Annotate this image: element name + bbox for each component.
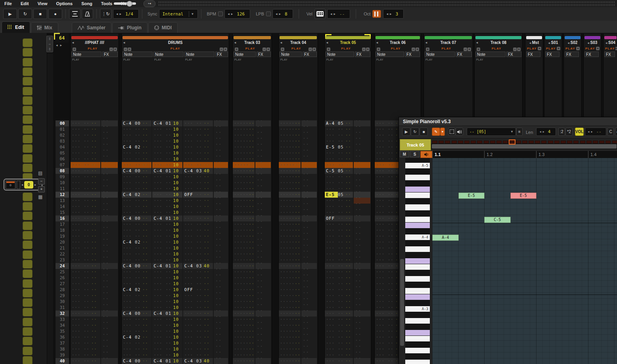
note-cell[interactable]: ·······	[325, 293, 353, 299]
piano-key-ds-4[interactable]	[405, 270, 430, 276]
fx-cell[interactable]: ·· ··	[101, 245, 118, 251]
fx-column-buttons[interactable]: −+	[463, 45, 471, 52]
fx-cell[interactable]: ·· ··	[101, 138, 118, 144]
note-cell[interactable]: ·······	[279, 287, 301, 293]
note-cell[interactable]: C-402··	[122, 239, 151, 245]
fx-cell[interactable]: ·· ··	[354, 340, 370, 346]
loop-button[interactable]: ↻	[18, 9, 32, 19]
note-cell[interactable]: ·······	[325, 138, 353, 144]
fx-cell[interactable]: ·· ··	[354, 180, 370, 186]
fx-cell[interactable]: ·· ··	[301, 204, 317, 210]
piano-key-d-4[interactable]	[405, 276, 430, 282]
fx-cell[interactable]: ·· ··	[101, 322, 118, 328]
fx-cell[interactable]: ·· ··	[101, 334, 118, 340]
note-cell[interactable]: ·······	[325, 150, 353, 156]
master-volume-slider[interactable]	[114, 2, 136, 5]
pr-solo-button[interactable]: S	[410, 151, 420, 157]
piano-key-b-3[interactable]	[405, 294, 430, 300]
pattern-position-dash[interactable]	[599, 141, 604, 143]
note-cell[interactable]: ·······	[279, 144, 301, 150]
pattern-position-dash[interactable]	[606, 141, 611, 143]
note-cell[interactable]: ·····10	[152, 299, 182, 305]
note-cell[interactable]: ·······	[279, 192, 301, 198]
fx-cell[interactable]: ·· ··	[354, 346, 370, 352]
fx-cell[interactable]: ·· ··	[255, 186, 271, 192]
fx-cell[interactable]: ·· ··	[214, 198, 228, 204]
fx-cell[interactable]: ·· ··	[255, 138, 271, 144]
note-cell[interactable]: ·······	[233, 204, 255, 210]
note-cell[interactable]: ·······	[233, 305, 255, 311]
fx-cell[interactable]: ·· ··	[214, 210, 228, 215]
add-pattern-button[interactable]: +	[38, 186, 45, 192]
note-cell[interactable]: ·······	[183, 251, 213, 257]
fx-cell[interactable]: ·· ··	[301, 322, 317, 328]
note-cell[interactable]: ·······	[325, 269, 353, 275]
pr-stop-button[interactable]: ■	[420, 128, 428, 136]
fx-cell[interactable]: ·· ··	[301, 352, 317, 358]
piano-key-e-3[interactable]	[405, 336, 430, 342]
note-cell[interactable]: C-40110	[152, 263, 182, 269]
note-cell[interactable]: ·····10	[152, 328, 182, 334]
fx-cell[interactable]: ·· ··	[301, 346, 317, 352]
pr-halve-button[interactable]: :2	[558, 128, 565, 136]
sequence-slot[interactable]	[23, 327, 33, 336]
note-cell[interactable]: ·······	[325, 257, 353, 263]
fx-cell[interactable]: ·· ··	[255, 305, 271, 311]
fx-column-buttons[interactable]: −+	[219, 45, 227, 52]
note-cell[interactable]: ·······	[71, 215, 100, 221]
note-column-header[interactable]: Note	[123, 51, 153, 57]
note-cell[interactable]: ·······	[183, 305, 213, 311]
track-name[interactable]: ◂Track 04	[279, 40, 318, 45]
track-play-label[interactable]: PLAY	[527, 47, 537, 50]
note-cell[interactable]: ·······	[325, 174, 353, 180]
fx-cell[interactable]: ·· ··	[101, 192, 118, 198]
note-cell[interactable]: ·······	[325, 311, 353, 316]
note-cell[interactable]: ·······	[233, 352, 255, 358]
piano-key-a-5[interactable]: A-5	[405, 163, 430, 169]
fx-cell[interactable]: ·· ··	[354, 144, 370, 150]
fx-cell[interactable]: ·· ··	[214, 245, 228, 251]
fx-cell[interactable]: ·· ··	[214, 358, 228, 364]
play-button[interactable]: ▶	[3, 9, 17, 19]
pattern-position-dash[interactable]	[477, 141, 482, 143]
note-cell[interactable]: ·····10	[152, 352, 182, 358]
note-column-buttons[interactable]: +	[326, 45, 330, 52]
piano-key-g-5[interactable]	[405, 175, 430, 181]
note-cell[interactable]: ·······	[71, 334, 100, 340]
fx-cell[interactable]: ·· ··	[255, 180, 271, 186]
pr-note-grid[interactable]: A-4E-5C-5E-5	[432, 158, 617, 364]
sequence-slot[interactable]	[23, 212, 33, 220]
note-cell[interactable]: ·······	[325, 132, 353, 138]
fx-column-header[interactable]: FX	[257, 51, 271, 57]
fx-cell[interactable]: ·· ··	[255, 174, 271, 180]
fx-cell[interactable]: ·· ··	[301, 168, 317, 174]
fx-cell[interactable]: ·· ··	[354, 215, 370, 221]
note-cell[interactable]: ·····10	[152, 210, 182, 215]
note-cell[interactable]: ·······	[122, 204, 151, 210]
note-cell[interactable]: ·······	[233, 346, 255, 352]
fx-column-header[interactable]: FX	[584, 51, 599, 57]
fx-column-buttons[interactable]: −+	[362, 45, 370, 52]
note-cell[interactable]: ·····10	[152, 162, 182, 168]
note-cell[interactable]: ·····10	[152, 340, 182, 346]
remove-pattern-button[interactable]: −	[38, 178, 45, 185]
pattern-position-dash[interactable]	[452, 141, 457, 143]
fx-cell[interactable]: ·· ··	[255, 287, 271, 293]
fx-cell[interactable]: ·· ··	[354, 245, 370, 251]
lpb-spinner[interactable]: ◂▸8	[272, 9, 293, 19]
note-cell[interactable]: C-400··	[122, 168, 151, 174]
menu-edit[interactable]: Edit	[16, 0, 33, 7]
fx-cell[interactable]: ·· ··	[301, 281, 317, 287]
fx-cell[interactable]: ·· ··	[101, 263, 118, 269]
sequence-slot[interactable]	[23, 231, 33, 240]
note-cell[interactable]: ·······	[183, 221, 213, 227]
menu-options[interactable]: Options	[52, 0, 77, 7]
fx-cell[interactable]: ·· ··	[214, 162, 228, 168]
track-name[interactable]: ◂Track 06	[375, 40, 421, 45]
note-cell[interactable]: ·······	[71, 180, 100, 186]
record-button[interactable]: ●	[48, 9, 62, 19]
note-cell[interactable]: ·····10	[152, 239, 182, 245]
note-cell[interactable]: ·······	[122, 156, 151, 162]
note-cell[interactable]: ·······	[122, 299, 151, 305]
pattern-position-dash[interactable]	[548, 141, 553, 143]
